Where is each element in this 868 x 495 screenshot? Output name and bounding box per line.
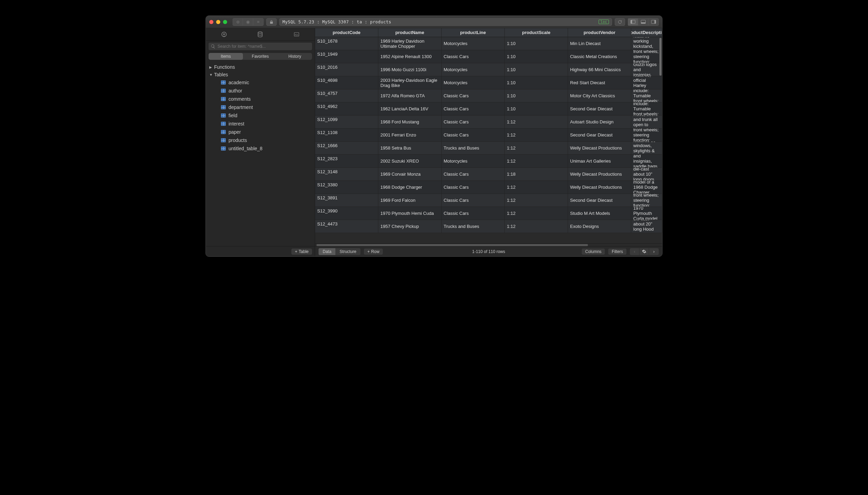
cell[interactable]: Welly Diecast Productions [568,142,631,154]
cell[interactable]: S10_4757 [315,89,378,102]
cell[interactable]: 1:10 [505,50,568,63]
table-row[interactable]: S10_19491952 Alpine Renault 1300Classic … [315,50,662,63]
zoom-window-button[interactable] [223,20,227,24]
column-header[interactable]: productName [378,28,442,37]
table-row[interactable]: S10_47571972 Alfa Romeo GTAClassic Cars1… [315,89,662,102]
cell[interactable]: Second Gear Diecast [568,194,631,207]
cell[interactable]: Autoart Studio Design [568,116,631,128]
cell[interactable]: Classic Cars [442,102,505,115]
cell[interactable]: 1970 Plymouth Hemi Cuda [378,207,442,220]
cell[interactable]: Classic Cars [442,129,505,141]
cell[interactable]: Turnable front wheels; steering function… [631,50,662,63]
sidebar-table-item[interactable]: interest [206,120,315,128]
cell[interactable]: S10_2016 [315,63,378,76]
cell[interactable]: 1:10 [505,89,568,102]
cell[interactable]: Model features 30 windows, skylights & g… [631,142,662,154]
cell[interactable]: 1:12 scale model of a 1968 Dodge Charger… [631,181,662,194]
cell[interactable]: Turnable front wheels; steering function… [631,129,662,141]
add-row-button[interactable]: + Row [364,249,383,255]
table-row[interactable]: S12_10991968 Ford MustangClassic Cars1:1… [315,116,662,129]
cell[interactable]: 1:10 [505,76,568,89]
table-row[interactable]: S12_33801968 Dodge ChargerClassic Cars1:… [315,181,662,194]
cell[interactable]: Exoto Designs [568,220,631,233]
cell[interactable]: 1968 Dodge Charger [378,181,442,194]
column-header[interactable]: productScale [505,28,568,37]
table-row[interactable]: S10_46982003 Harley-Davidson Eagle Drag … [315,76,662,89]
scrollbar-thumb[interactable] [659,38,661,76]
cell[interactable]: Motor City Art Classics [568,89,631,102]
sidebar-table-item[interactable]: comments [206,95,315,103]
sql-tab[interactable]: SQL [293,31,300,38]
cell[interactable]: S12_1666 [315,142,378,154]
cell[interactable]: Motorcycles [442,76,505,89]
column-header[interactable]: productLine [442,28,505,37]
cell[interactable]: 1969 Harley Davidson Ultimate Chopper [378,37,442,50]
cell[interactable]: S10_1678 [315,37,378,50]
search-input[interactable] [209,43,312,50]
cell[interactable]: Turnable front wheels; steering function… [631,194,662,207]
cell[interactable]: Studio M Art Models [568,207,631,220]
column-header[interactable]: productDescription [631,28,662,37]
cell[interactable]: 1:10 [505,37,568,50]
lock-button[interactable] [266,18,277,26]
cell[interactable]: Highway 66 Mini Classics [568,63,631,76]
cell[interactable]: Classic Cars [442,116,505,128]
cell[interactable]: S10_4962 [315,102,378,115]
table-row[interactable]: S10_16781969 Harley Davidson Ultimate Ch… [315,37,662,50]
filter-items[interactable]: Items [209,53,243,60]
cell[interactable]: Welly Diecast Productions [568,181,631,194]
cell[interactable]: Motorcycles [442,63,505,76]
cell[interactable]: 1:12 [505,129,568,141]
sidebar-table-item[interactable]: paper [206,128,315,136]
cell[interactable]: S12_1099 [315,116,378,128]
table-row[interactable]: S12_44731957 Chevy PickupTrucks and Buse… [315,220,662,233]
cell[interactable]: 2001 Ferrari Enzo [378,129,442,141]
horizontal-scrollbar[interactable] [315,243,662,246]
cell[interactable]: 1:12 [505,142,568,154]
table-row[interactable]: S12_28232002 Suzuki XREOMotorcycles1:12U… [315,155,662,168]
page-settings-button[interactable] [639,248,649,255]
cell[interactable]: Classic Cars [442,50,505,63]
cell[interactable]: 1:12 [505,207,568,220]
cell[interactable]: Classic Cars [442,207,505,220]
layout-bottom-button[interactable] [638,18,648,26]
stop-button[interactable]: ⊗ [233,18,243,26]
add-table-button[interactable]: + Table [291,249,312,255]
next-page-button[interactable]: › [649,248,659,255]
cell[interactable]: 1957 Chevy Pickup [378,220,442,233]
cell[interactable]: Classic Cars [442,89,505,102]
rows-button[interactable]: ≡ [253,18,264,26]
cell[interactable]: Features include: Turnable front wheels;… [631,89,662,102]
sidebar-table-item[interactable]: academic [206,78,315,87]
cell[interactable]: S12_1108 [315,129,378,141]
cell[interactable]: S12_3148 [315,168,378,180]
cell[interactable]: Min Lin Diecast [568,37,631,50]
sidebar-table-item[interactable]: untitled_table_8 [206,144,315,153]
table-row[interactable]: S10_20161996 Moto Guzzi 1100iMotorcycles… [315,63,662,76]
cell[interactable]: Second Gear Diecast [568,102,631,115]
table-row[interactable]: S12_11082001 Ferrari EnzoClassic Cars1:1… [315,129,662,142]
cell[interactable]: 1:10 [505,63,568,76]
cell[interactable]: 1:12 [505,116,568,128]
table-row[interactable]: S12_31481969 Corvair MonzaClassic Cars1:… [315,168,662,181]
sidebar-table-item[interactable]: field [206,111,315,120]
cell[interactable]: S10_4698 [315,76,378,89]
cell[interactable]: Features include: Turnable front wheels;… [631,102,662,115]
cell[interactable]: Motorcycles [442,37,505,50]
cell[interactable]: This replica features working kickstand,… [631,37,662,50]
cell[interactable]: 1:12 [505,194,568,207]
layout-sidebar-button[interactable] [628,18,638,26]
cell[interactable]: Classic Cars [442,181,505,194]
cell[interactable]: Classic Cars [442,194,505,207]
prev-page-button[interactable]: ‹ [630,248,639,255]
refresh-button[interactable] [615,18,625,26]
cell[interactable]: 2002 Suzuki XREO [378,155,442,167]
tree-tables[interactable]: ▼ Tables [206,71,315,78]
cell[interactable]: 1:12 [505,181,568,194]
minimize-window-button[interactable] [216,20,220,24]
cell[interactable]: Classic Cars [442,168,505,180]
view-structure-button[interactable]: Structure [335,248,360,255]
table-row[interactable]: S12_38911969 Ford FalconClassic Cars1:12… [315,194,662,207]
cell[interactable]: S10_1949 [315,50,378,63]
column-header[interactable]: productVendor [568,28,631,37]
